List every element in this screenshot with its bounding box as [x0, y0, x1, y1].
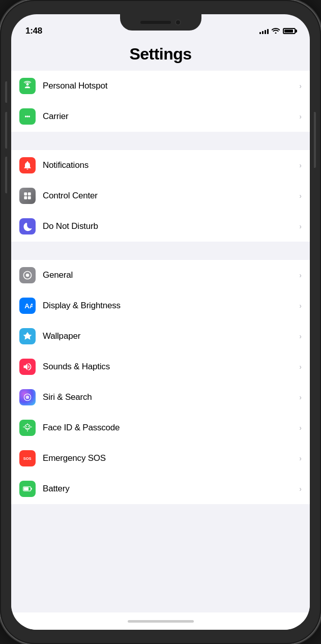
- settings-item-display-brightness[interactable]: AA Display & Brightness ›: [11, 290, 310, 321]
- phone-frame: 1:48: [0, 0, 321, 644]
- settings-item-battery[interactable]: Battery ›: [11, 474, 310, 504]
- display-brightness-icon: AA: [19, 298, 36, 314]
- carrier-chevron: ›: [299, 112, 302, 121]
- speaker: [140, 21, 171, 24]
- svg-point-8: [26, 274, 30, 277]
- svg-point-0: [26, 83, 29, 85]
- settings-item-personal-hotspot[interactable]: Personal Hotspot ›: [11, 71, 310, 101]
- status-time: 1:48: [25, 26, 42, 36]
- battery-label: Battery: [43, 484, 297, 494]
- settings-item-carrier[interactable]: Carrier ›: [11, 101, 310, 132]
- settings-item-emergency-sos[interactable]: SOS Emergency SOS ›: [11, 443, 310, 474]
- display-brightness-chevron: ›: [299, 302, 302, 310]
- settings-item-notifications[interactable]: Notifications ›: [11, 150, 310, 181]
- sounds-haptics-chevron: ›: [299, 363, 302, 371]
- siri-search-icon: [19, 389, 36, 405]
- control-center-label: Control Center: [43, 191, 297, 201]
- general-chevron: ›: [299, 271, 302, 279]
- settings-item-wallpaper[interactable]: Wallpaper ›: [11, 321, 310, 352]
- svg-text:SOS: SOS: [23, 456, 32, 461]
- svg-rect-5: [28, 192, 31, 195]
- svg-point-3: [28, 115, 30, 117]
- svg-text:AA: AA: [24, 302, 33, 310]
- wifi-icon: [272, 27, 280, 35]
- signal-bar-4: [267, 29, 269, 34]
- control-center-icon: [19, 188, 36, 204]
- battery-settings-icon: [19, 481, 36, 497]
- svg-rect-6: [24, 196, 27, 199]
- battery-fill: [284, 30, 293, 33]
- signal-bar-3: [265, 30, 266, 34]
- face-id-chevron: ›: [299, 424, 302, 432]
- sounds-haptics-icon: [19, 359, 36, 375]
- wallpaper-icon: [19, 328, 36, 344]
- settings-item-face-id[interactable]: Face ID & Passcode ›: [11, 413, 310, 443]
- display-brightness-label: Display & Brightness: [43, 301, 297, 311]
- power-button[interactable]: [314, 112, 316, 168]
- svg-rect-7: [28, 196, 31, 199]
- volume-down-button[interactable]: [5, 157, 7, 193]
- notch: [120, 14, 201, 31]
- control-center-chevron: ›: [299, 192, 302, 200]
- notifications-chevron: ›: [299, 161, 302, 169]
- home-bar: [128, 620, 194, 623]
- emergency-sos-chevron: ›: [299, 454, 302, 462]
- section-display: General › AA Display & Brightness ›: [11, 260, 310, 504]
- settings-item-sounds-haptics[interactable]: Sounds & Haptics ›: [11, 352, 310, 382]
- svg-point-2: [26, 115, 28, 117]
- section-connectivity: Personal Hotspot › Carrier ›: [11, 71, 310, 132]
- mute-button[interactable]: [5, 81, 7, 103]
- settings-item-control-center[interactable]: Control Center ›: [11, 181, 310, 211]
- svg-rect-17: [24, 487, 28, 490]
- signal-bars-icon: [259, 28, 269, 34]
- face-id-icon: [19, 420, 36, 436]
- settings-item-general[interactable]: General ›: [11, 260, 310, 290]
- battery-chevron: ›: [299, 485, 302, 493]
- personal-hotspot-chevron: ›: [299, 82, 302, 90]
- phone-screen: 1:48: [11, 14, 310, 630]
- face-id-label: Face ID & Passcode: [43, 423, 297, 433]
- notifications-icon: [19, 157, 36, 173]
- general-icon: [19, 267, 36, 283]
- general-label: General: [43, 270, 297, 280]
- carrier-label: Carrier: [43, 111, 297, 122]
- personal-hotspot-label: Personal Hotspot: [43, 81, 297, 91]
- svg-rect-18: [31, 488, 32, 489]
- settings-list[interactable]: Personal Hotspot › Carrier ›: [11, 71, 310, 612]
- svg-point-14: [28, 426, 29, 427]
- do-not-disturb-label: Do Not Disturb: [43, 221, 297, 231]
- section-notifications: Notifications › Control Center ›: [11, 150, 310, 242]
- wallpaper-chevron: ›: [299, 332, 302, 340]
- volume-up-button[interactable]: [5, 112, 7, 149]
- siri-search-chevron: ›: [299, 393, 302, 401]
- settings-item-siri-search[interactable]: Siri & Search ›: [11, 382, 310, 413]
- emergency-sos-label: Emergency SOS: [43, 453, 297, 463]
- svg-point-13: [26, 426, 27, 427]
- settings-header: Settings: [11, 41, 310, 71]
- status-icons: [259, 27, 296, 35]
- notifications-label: Notifications: [43, 160, 297, 170]
- signal-bar-2: [262, 31, 264, 34]
- section-divider-1: [11, 132, 310, 150]
- camera: [175, 19, 181, 25]
- signal-bar-1: [259, 32, 261, 34]
- carrier-icon: [19, 108, 36, 125]
- siri-search-label: Siri & Search: [43, 392, 297, 402]
- personal-hotspot-icon: [19, 78, 36, 94]
- battery-icon: [283, 28, 296, 34]
- settings-item-do-not-disturb[interactable]: Do Not Disturb ›: [11, 211, 310, 242]
- wallpaper-label: Wallpaper: [43, 331, 297, 341]
- section-divider-2: [11, 242, 310, 260]
- home-indicator: [11, 612, 310, 630]
- page-title: Settings: [21, 45, 300, 64]
- svg-rect-4: [24, 192, 27, 195]
- svg-point-11: [26, 396, 30, 399]
- sounds-haptics-label: Sounds & Haptics: [43, 362, 297, 372]
- do-not-disturb-chevron: ›: [299, 222, 302, 230]
- svg-point-1: [25, 115, 26, 117]
- do-not-disturb-icon: [19, 218, 36, 235]
- emergency-sos-icon: SOS: [19, 450, 36, 466]
